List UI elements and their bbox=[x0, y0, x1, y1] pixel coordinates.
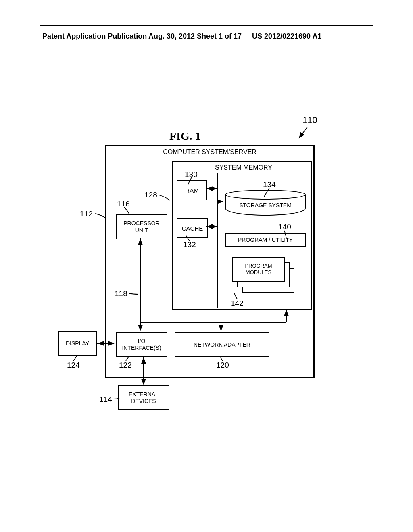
cache-box: CACHE bbox=[177, 218, 208, 238]
ref-116: 116 bbox=[117, 200, 130, 208]
computer-system-box: COMPUTER SYSTEM/SERVER SYSTEM MEMORY RAM… bbox=[105, 145, 315, 378]
header-date-sheet: Aug. 30, 2012 Sheet 1 of 17 bbox=[148, 32, 242, 41]
program-modules-label: PROGRAMMODULES bbox=[232, 257, 285, 282]
figure-title: FIG. 1 bbox=[169, 130, 201, 143]
processor-unit-box: PROCESSORUNIT bbox=[116, 214, 167, 239]
header-publication: Patent Application Publication bbox=[42, 32, 147, 41]
ref-128: 128 bbox=[144, 191, 157, 200]
storage-system-label: STORAGE SYSTEM bbox=[225, 202, 306, 208]
storage-system-cylinder: STORAGE SYSTEM bbox=[225, 190, 306, 216]
ref-132: 132 bbox=[183, 240, 196, 249]
ref-112: 112 bbox=[80, 210, 93, 218]
program-utility-box: PROGRAM / UTILITY bbox=[225, 233, 306, 247]
network-adapter-box: NETWORK ADAPTER bbox=[175, 332, 269, 357]
external-devices-box: EXTERNALDEVICES bbox=[118, 385, 169, 410]
io-interfaces-box: I/OINTERFACE(S) bbox=[116, 332, 167, 357]
ref-122: 122 bbox=[119, 361, 132, 370]
header-divider bbox=[40, 25, 373, 26]
ref-114: 114 bbox=[99, 395, 112, 404]
display-box: DISPLAY bbox=[58, 331, 97, 356]
ref-134: 134 bbox=[263, 180, 276, 189]
ref-130: 130 bbox=[185, 170, 198, 179]
ref-110: 110 bbox=[302, 115, 317, 125]
svg-line-0 bbox=[299, 127, 307, 138]
system-memory-box: SYSTEM MEMORY RAM CACHE STORAGE SYSTEM P… bbox=[172, 161, 312, 310]
ram-box: RAM bbox=[177, 180, 207, 200]
system-memory-title: SYSTEM MEMORY bbox=[215, 164, 272, 171]
header-doc-number: US 2012/0221690 A1 bbox=[252, 32, 321, 41]
ref-124: 124 bbox=[67, 361, 80, 370]
ref-140: 140 bbox=[278, 222, 291, 231]
computer-system-title: COMPUTER SYSTEM/SERVER bbox=[163, 148, 257, 156]
ref-142: 142 bbox=[231, 299, 244, 308]
ref-120: 120 bbox=[216, 361, 229, 370]
program-modules-stack: PROGRAMMODULES bbox=[229, 253, 302, 299]
ref-118: 118 bbox=[115, 289, 127, 298]
